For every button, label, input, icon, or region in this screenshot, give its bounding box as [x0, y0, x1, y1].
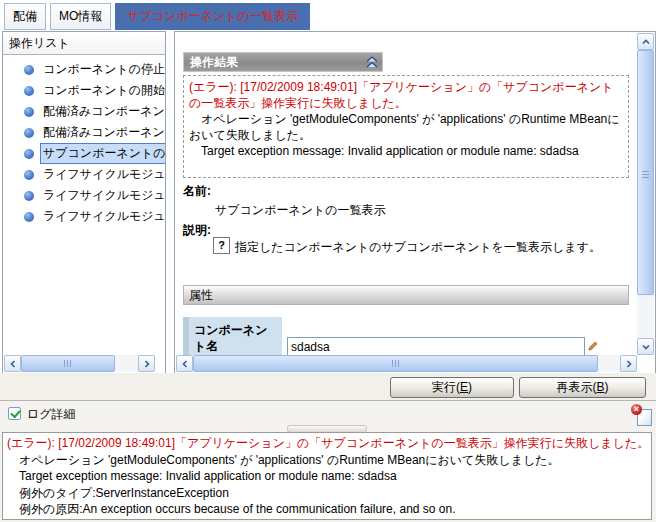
error-message: (エラー): [17/02/2009 18:49:01]「アプリケーション」の「… — [189, 79, 623, 111]
bullet-icon — [24, 191, 34, 201]
operation-list-item-label: コンポーネントの開始 — [41, 81, 165, 100]
help-icon[interactable]: ? — [213, 237, 230, 254]
attributes-header-bar: 属性 — [183, 285, 629, 305]
operation-list-item-label: ライフサイクルモジュール — [41, 207, 165, 226]
error-detail: オペレーション 'getModuleComponents' が 'applica… — [189, 111, 623, 143]
log-line: 例外の原因:An exception occurs because of the… — [7, 501, 647, 518]
left-panel-hscrollbar[interactable] — [4, 355, 155, 372]
bullet-icon — [24, 86, 34, 96]
admin-console-window: 配備 MO情報 サブコンポーネントの一覧表示 操作リスト コンポーネントの停止 … — [0, 0, 656, 522]
bullet-icon — [24, 65, 34, 75]
result-header-bar: 操作結果 — [183, 52, 383, 72]
scroll-right-arrow[interactable] — [620, 355, 637, 372]
error-message-box: (エラー): [17/02/2009 18:49:01]「アプリケーション」の「… — [183, 75, 629, 178]
operation-list-item[interactable]: 配備済みコンポーネントの — [3, 122, 165, 143]
execute-button[interactable]: 実行(E) — [390, 377, 514, 398]
error-detail: Target exception message: Invalid applic… — [189, 143, 623, 159]
operation-list-item-selected[interactable]: サブコンポーネントの一覧表示 — [3, 143, 165, 164]
operation-list-item-label: サブコンポーネントの一覧表示 — [41, 144, 165, 163]
operation-result-panel: 操作結果 (エラー): [17/02/2009 18:49:01]「アプリケーシ… — [174, 31, 656, 374]
refresh-button[interactable]: 再表示(B) — [519, 377, 646, 398]
component-name-input[interactable] — [287, 337, 585, 356]
clear-log-icon[interactable]: × — [631, 404, 652, 426]
hscroll-thumb[interactable] — [193, 355, 598, 372]
log-output-box: (エラー): [17/02/2009 18:49:01]「アプリケーション」の「… — [2, 432, 652, 520]
tab-bar: 配備 MO情報 サブコンポーネントの一覧表示 — [4, 3, 310, 30]
log-line: (エラー): [17/02/2009 18:49:01]「アプリケーション」の「… — [7, 435, 647, 452]
operation-list-item[interactable]: ライフサイクルモジュール — [3, 185, 165, 206]
result-content: 操作結果 (エラー): [17/02/2009 18:49:01]「アプリケーシ… — [175, 32, 638, 356]
scroll-right-arrow[interactable] — [138, 355, 155, 372]
vscroll-thumb[interactable] — [637, 50, 654, 295]
log-detail-label: ログ詳細 — [27, 406, 76, 423]
scroll-up-arrow[interactable] — [637, 33, 654, 50]
bullet-icon — [24, 170, 34, 180]
tab-subcomponent-list[interactable]: サブコンポーネントの一覧表示 — [115, 3, 310, 30]
hscroll-thumb[interactable] — [21, 355, 115, 372]
scroll-down-arrow[interactable] — [637, 338, 654, 355]
execute-button-label-end: ) — [468, 380, 472, 394]
log-panel: ログ詳細 × (エラー): [17/02/2009 18:49:01]「アプリケ… — [0, 400, 656, 522]
operation-list-item-label: コンポーネントの停止 — [41, 60, 165, 79]
operation-tree: コンポーネントの停止 コンポーネントの開始 配備済みコンポーネントの 配備済みコ… — [3, 59, 165, 355]
refresh-button-mnemonic: B — [596, 380, 604, 394]
log-line: オペレーション 'getModuleComponents' が 'applica… — [7, 452, 647, 469]
result-panel-vscrollbar[interactable] — [637, 33, 654, 355]
operation-list-item[interactable]: コンポーネントの開始 — [3, 80, 165, 101]
bullet-icon — [24, 107, 34, 117]
red-x-badge-icon: × — [631, 404, 642, 415]
log-line: Target exception message: Invalid applic… — [7, 468, 647, 485]
log-line: 例外のタイプ:ServerInstanceException — [7, 485, 647, 502]
description-text: 指定したコンポーネントのサブコンポーネントを一覧表示します。 — [235, 239, 601, 256]
result-panel-hscrollbar[interactable] — [176, 355, 637, 372]
operation-list-item[interactable]: ライフサイクルモジュール — [3, 206, 165, 227]
bullet-icon — [24, 149, 34, 159]
scroll-left-arrow[interactable] — [4, 355, 21, 372]
collapse-chevrons-icon[interactable] — [364, 54, 380, 75]
description-label: 説明: — [183, 222, 211, 239]
operation-list-item[interactable]: 配備済みコンポーネントの — [3, 101, 165, 122]
operation-list-item[interactable]: コンポーネントの停止 — [3, 59, 165, 80]
tab-deploy[interactable]: 配備 — [4, 3, 46, 30]
operation-list-item[interactable]: ライフサイクルモジュール — [3, 164, 165, 185]
refresh-button-label: 再表示( — [556, 380, 596, 394]
edit-pencil-icon — [587, 340, 599, 355]
scroll-left-arrow[interactable] — [176, 355, 193, 372]
bullet-icon — [24, 128, 34, 138]
component-name-label: コンポーネント名 — [183, 317, 282, 356]
name-label: 名前: — [183, 183, 211, 200]
operation-list-title: 操作リスト — [3, 32, 165, 55]
name-value: サブコンポーネントの一覧表示 — [215, 202, 386, 219]
execute-button-mnemonic: E — [460, 380, 468, 394]
operation-list-item-label: ライフサイクルモジュール — [41, 186, 165, 205]
execute-button-label: 実行( — [432, 380, 460, 394]
operation-list-item-label: 配備済みコンポーネントの — [41, 123, 165, 142]
operation-list-item-label: ライフサイクルモジュール — [41, 165, 165, 184]
refresh-button-label-end: ) — [605, 380, 609, 394]
log-detail-checkbox[interactable] — [8, 407, 21, 420]
operation-list-panel: 操作リスト コンポーネントの停止 コンポーネントの開始 配備済みコンポーネントの… — [2, 31, 166, 374]
bullet-icon — [24, 212, 34, 222]
result-header-label: 操作結果 — [190, 55, 238, 69]
checkmark-icon — [10, 408, 20, 419]
operation-list-item-label: 配備済みコンポーネントの — [41, 102, 165, 121]
tab-mo-info[interactable]: MO情報 — [50, 3, 111, 30]
